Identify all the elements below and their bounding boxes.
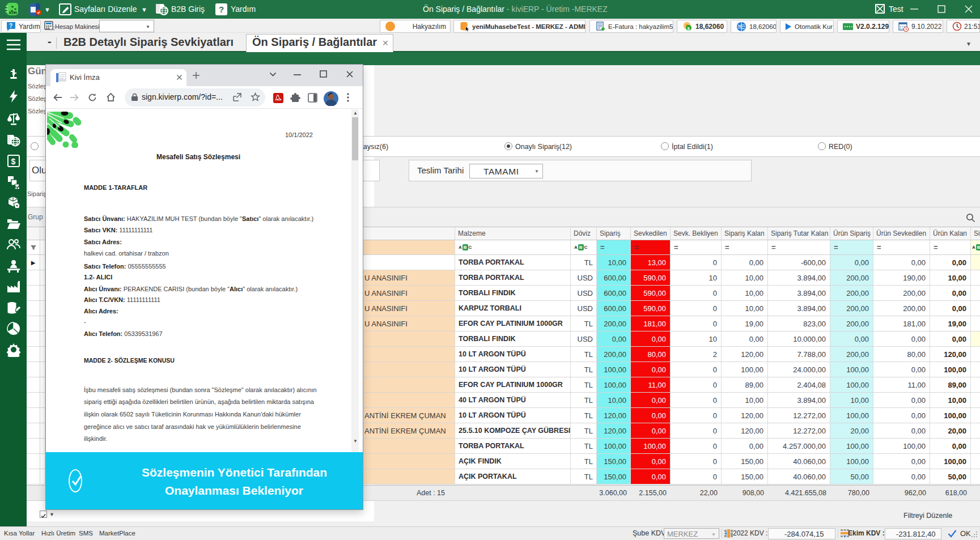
- svg-text:?: ?: [9, 23, 12, 29]
- svg-text:$: $: [688, 26, 690, 31]
- svg-text:KIVI: KIVI: [9, 11, 17, 15]
- svg-text:?: ?: [219, 5, 224, 14]
- svg-text:$: $: [11, 157, 15, 166]
